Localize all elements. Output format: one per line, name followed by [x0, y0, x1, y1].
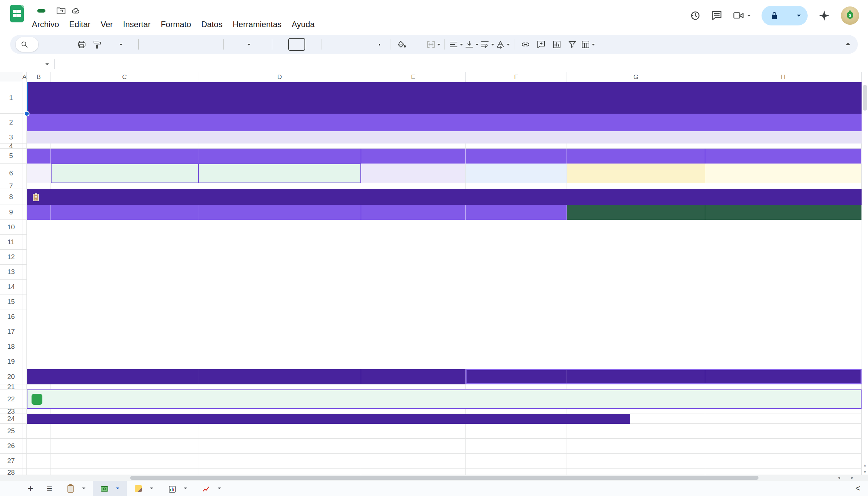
empty-cell[interactable] — [22, 309, 27, 324]
summary-value-dash[interactable] — [27, 164, 51, 183]
row-header-20[interactable]: 20 — [0, 369, 22, 384]
search-menus-button[interactable] — [16, 37, 38, 52]
table-header-fuente[interactable] — [51, 205, 198, 220]
redo-button[interactable] — [59, 37, 74, 52]
subtitle-banner-cell[interactable] — [27, 114, 862, 131]
empty-cell[interactable] — [705, 439, 862, 454]
empty-cell[interactable] — [51, 143, 198, 149]
column-header-E[interactable]: E — [361, 72, 466, 82]
fill-color-button[interactable] — [395, 37, 409, 52]
empty-cell[interactable] — [22, 324, 27, 339]
row-header-18[interactable]: 18 — [0, 339, 22, 354]
column-header-H[interactable]: H — [705, 72, 862, 82]
empty-cell[interactable] — [27, 424, 51, 439]
scroll-right-arrow[interactable]: ► — [850, 475, 854, 480]
table-header-pct[interactable] — [567, 205, 705, 220]
currency-format-button[interactable] — [142, 37, 157, 52]
empty-cell[interactable] — [361, 454, 466, 468]
table-header-desc[interactable] — [198, 205, 361, 220]
row-header-17[interactable]: 17 — [0, 324, 22, 339]
vertical-scrollbar[interactable]: ▲▼ — [862, 82, 868, 475]
empty-cell[interactable] — [466, 183, 567, 189]
meet-call-control[interactable] — [733, 10, 751, 21]
summary-header-variable[interactable] — [567, 149, 705, 164]
footer-bar-cell[interactable] — [27, 414, 630, 424]
empty-cell[interactable] — [22, 439, 27, 454]
empty-cell[interactable] — [198, 384, 361, 389]
empty-cell[interactable] — [466, 384, 567, 389]
empty-cell[interactable] — [22, 294, 27, 309]
increase-font-size-button[interactable] — [307, 37, 317, 52]
empty-cell[interactable] — [466, 454, 567, 468]
row-header-23[interactable]: 23 — [0, 409, 22, 414]
row-header-10[interactable]: 10 — [0, 220, 22, 235]
empty-cell[interactable] — [361, 183, 466, 189]
menu-ver[interactable]: Ver — [96, 19, 118, 31]
menu-datos[interactable]: Datos — [196, 19, 228, 31]
total-row-ingreso[interactable] — [466, 369, 567, 384]
insert-chart-button[interactable] — [549, 37, 564, 52]
empty-cell[interactable] — [51, 424, 198, 439]
empty-cell[interactable] — [22, 220, 27, 235]
scroll-left-arrow[interactable]: ◄ — [837, 475, 841, 480]
menu-archivo[interactable]: Archivo — [32, 19, 64, 31]
table-header-meta[interactable] — [705, 205, 862, 220]
horizontal-scrollbar[interactable]: ◄ ► — [0, 475, 868, 481]
row-header-4[interactable]: 4 — [0, 143, 22, 149]
empty-cell[interactable] — [22, 82, 27, 114]
empty-cell[interactable] — [361, 143, 466, 149]
move-folder-icon[interactable] — [56, 6, 66, 16]
row-header-7[interactable]: 7 — [0, 183, 22, 189]
more-formats-button[interactable] — [205, 37, 220, 52]
summary-value-variable[interactable] — [567, 164, 705, 183]
row-header-6[interactable]: 6 — [0, 164, 22, 183]
empty-cell[interactable] — [466, 143, 567, 149]
summary-value-fijo[interactable] — [466, 164, 567, 183]
decrease-font-size-button[interactable] — [276, 37, 286, 52]
row-header-24[interactable]: 24 — [0, 414, 22, 424]
horizontal-align-button[interactable] — [449, 37, 464, 52]
row-header-19[interactable]: 19 — [0, 354, 22, 369]
text-wrap-button[interactable] — [480, 37, 495, 52]
name-box[interactable] — [0, 62, 54, 67]
empty-cell[interactable] — [51, 183, 198, 189]
empty-cell[interactable] — [22, 164, 27, 183]
row-header-22[interactable]: 22 — [0, 389, 22, 409]
total-row-empty[interactable] — [198, 369, 361, 384]
insert-comment-button[interactable] — [534, 37, 549, 52]
selection-handle[interactable] — [24, 111, 30, 117]
create-filter-button[interactable] — [565, 37, 580, 52]
empty-cell[interactable] — [567, 183, 705, 189]
vertical-scroll-arrows[interactable]: ▲▼ — [862, 463, 868, 474]
tab-mis-fuentes[interactable] — [93, 481, 127, 496]
menu-ayuda[interactable]: Ayuda — [287, 19, 320, 31]
summary-value-total[interactable] — [198, 164, 361, 183]
hide-toolbar-button[interactable] — [846, 41, 850, 49]
title-banner-cell[interactable] — [27, 82, 862, 114]
row-header-21[interactable]: 21 — [0, 384, 22, 389]
empty-cell[interactable] — [22, 189, 27, 205]
empty-cell[interactable] — [27, 143, 51, 149]
empty-cell[interactable] — [567, 143, 705, 149]
account-avatar[interactable]: S — [841, 6, 859, 25]
empty-cell[interactable] — [567, 424, 705, 439]
empty-cell[interactable] — [27, 454, 51, 468]
collapse-panel-icon[interactable]: < — [855, 481, 868, 496]
tab-registro[interactable] — [127, 481, 161, 496]
comments-icon[interactable] — [711, 10, 722, 21]
empty-cell[interactable] — [22, 265, 27, 280]
empty-cell[interactable] — [27, 183, 51, 189]
total-row-empty[interactable] — [361, 369, 466, 384]
empty-cell[interactable] — [27, 439, 51, 454]
vertical-scrollbar-thumb[interactable] — [863, 85, 867, 111]
table-header-num[interactable] — [27, 205, 51, 220]
empty-cell[interactable] — [22, 149, 27, 164]
empty-cell[interactable] — [22, 205, 27, 220]
menu-insertar[interactable]: Insertar — [118, 19, 156, 31]
empty-cell[interactable] — [22, 339, 27, 354]
empty-cell[interactable] — [466, 409, 567, 414]
empty-cell[interactable] — [22, 409, 27, 414]
print-button[interactable] — [74, 37, 89, 52]
font-size-input[interactable] — [288, 38, 305, 51]
row-header-27[interactable]: 27 — [0, 454, 22, 468]
